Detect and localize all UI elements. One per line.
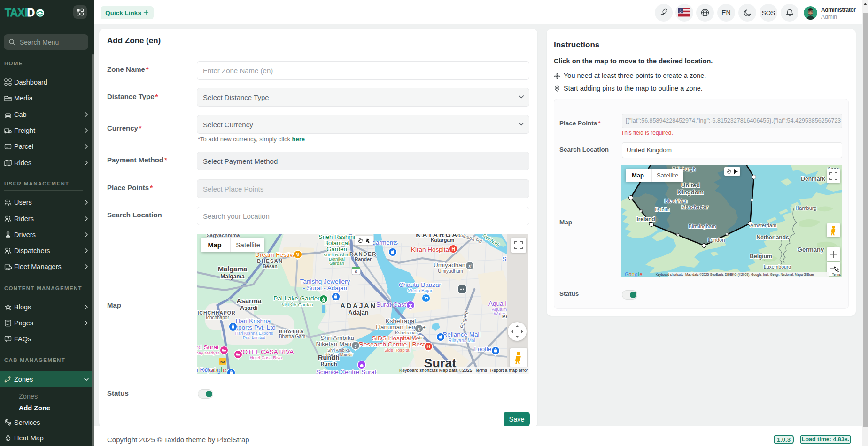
svg-text:Sagvachhima: Sagvachhima [207, 234, 240, 238]
svg-text:Isle of Man: Isle of Man [665, 199, 688, 204]
svg-text:53: 53 [220, 360, 225, 364]
svg-text:Malgama: Malgama [220, 273, 245, 280]
svg-text:G: G [625, 271, 629, 277]
svg-text:Hamburg: Hamburg [795, 205, 816, 211]
svg-text:Netherlands: Netherlands [756, 234, 789, 241]
svg-text:Hotel Casa Riva: Hotel Casa Riva [250, 355, 282, 360]
svg-text:Katargam: Katargam [431, 237, 455, 243]
svg-text:Bhatha Gam: Bhatha Gam [279, 334, 305, 339]
svg-text:e: e [223, 366, 226, 374]
svg-text:Hari Krishna: Hari Krishna [236, 317, 271, 324]
svg-text:g: g [635, 271, 638, 277]
svg-text:Terms: Terms [832, 273, 841, 276]
svg-text:Kingdom: Kingdom [677, 189, 704, 196]
svg-text:London: London [708, 237, 725, 243]
svg-text:Gardan: Gardan [329, 261, 344, 266]
svg-text:Manchester: Manchester [681, 204, 708, 210]
svg-text:Satellite: Satellite [236, 241, 260, 249]
svg-text:Sids Hospital: Sids Hospital [384, 347, 410, 353]
svg-text:Rander: Rander [355, 256, 372, 262]
svg-text:Map data ©2025: Map data ©2025 [439, 368, 472, 373]
svg-text:o: o [629, 271, 632, 277]
svg-text:Belgium: Belgium [750, 253, 772, 260]
svg-text:Keyboard shortcuts: Keyboard shortcuts [399, 368, 438, 373]
svg-text:6: 6 [355, 269, 357, 274]
svg-text:Science Centre Surat: Science Centre Surat [316, 369, 377, 374]
svg-text:Exports Pvt. Ltd: Exports Pvt. Ltd [231, 324, 275, 331]
svg-text:g: g [217, 366, 221, 374]
svg-text:Germany: Germany [798, 246, 824, 253]
svg-text:l: l [221, 366, 222, 374]
svg-text:Research Centre | Best...: Research Centre | Best... [359, 341, 430, 348]
svg-text:Tanishq Jewellery: Tanishq Jewellery [300, 278, 350, 285]
svg-text:Satellite: Satellite [657, 172, 678, 179]
svg-text:Amsterdam: Amsterdam [750, 223, 776, 228]
svg-text:Rundh: Rundh [321, 361, 337, 367]
svg-text:Lootle: Lootle [474, 346, 492, 353]
svg-text:Map data ©2025 GeoBasis-DE/BKG: Map data ©2025 GeoBasis-DE/BKG (©2009), … [685, 273, 814, 277]
svg-text:Chota Bajar: Chota Bajar [408, 288, 433, 293]
svg-text:H: H [426, 344, 430, 349]
svg-text:H: H [451, 246, 455, 252]
svg-text:Ireland: Ireland [636, 216, 655, 223]
svg-text:Terms: Terms [475, 368, 487, 373]
svg-text:Rundh: Rundh [318, 354, 340, 361]
svg-text:United: United [681, 182, 700, 189]
svg-text:o: o [632, 271, 635, 277]
svg-text:HOTEL CASA RIVA: HOTEL CASA RIVA [238, 348, 294, 355]
svg-text:Malgama: Malgama [218, 265, 248, 273]
svg-text:3: 3 [468, 264, 471, 269]
svg-text:Ichchhapor: Ichchhapor [206, 315, 229, 320]
svg-text:Reliance Mall: Reliance Mall [442, 331, 480, 338]
svg-text:Luxembourg: Luxembourg [764, 264, 791, 269]
svg-text:3: 3 [354, 344, 356, 349]
svg-text:Dream Festiva: Dream Festiva [255, 251, 296, 258]
svg-text:Kiran Hospital: Kiran Hospital [411, 246, 450, 253]
svg-text:Adajan: Adajan [348, 309, 368, 316]
svg-text:Map: Map [632, 172, 644, 179]
svg-text:- Surat - Adajan: - Surat - Adajan [303, 285, 347, 292]
svg-text:Asardi: Asardi [240, 305, 257, 311]
svg-text:l: l [638, 271, 639, 277]
svg-text:Umiyadham: Umiyadham [434, 261, 467, 269]
svg-text:Keyboard shortcuts: Keyboard shortcuts [656, 273, 683, 277]
svg-text:Umiyadham: Umiyadham [438, 269, 463, 274]
svg-text:Pal Lake Garden: Pal Lake Garden [273, 295, 321, 302]
svg-text:Besan: Besan [263, 263, 278, 269]
svg-text:ard Surat: ard Surat [197, 344, 219, 351]
svg-text:3: 3 [418, 327, 420, 332]
svg-text:Birmingham: Birmingham [689, 223, 716, 229]
svg-text:Pra. Limited: Pra. Limited [243, 335, 265, 340]
svg-text:Map: Map [208, 241, 222, 249]
svg-text:o: o [209, 366, 213, 374]
svg-text:Chauta Baazar: Chauta Baazar [399, 281, 442, 288]
svg-text:ADAJAN: ADAJAN [340, 301, 377, 309]
svg-text:Denmark: Denmark [801, 176, 825, 182]
svg-text:Surat Castle: Surat Castle [376, 301, 411, 308]
svg-text:Garden: Garden [326, 246, 347, 253]
svg-text:Report a map error: Report a map error [490, 368, 528, 373]
svg-text:Rilayans Mol: Rilayans Mol [448, 338, 475, 343]
svg-text:d bay Meriyat: d bay Meriyat [197, 350, 219, 355]
svg-text:પાલ લેક Gardan: પાલ લેક Gardan [282, 302, 313, 307]
svg-text:o: o [213, 366, 217, 374]
svg-text:Dublin: Dublin [655, 207, 669, 212]
svg-text:Asarma: Asarma [236, 297, 262, 305]
svg-text:e: e [640, 271, 643, 277]
